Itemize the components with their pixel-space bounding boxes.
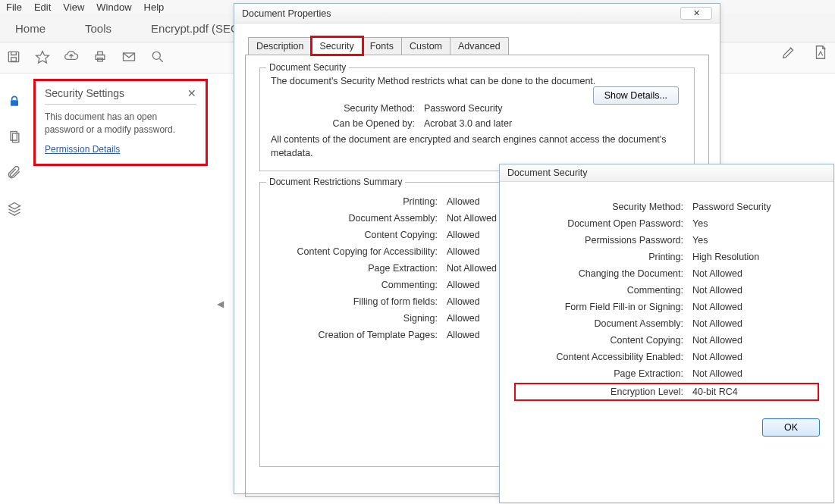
row-value: Yes — [692, 218, 708, 229]
dialog-close-button[interactable]: ✕ — [680, 7, 712, 20]
row-value: Allowed — [447, 280, 480, 290]
tab-custom[interactable]: Custom — [401, 37, 450, 55]
left-rail — [0, 71, 29, 218]
row-label: Changing the Document: — [516, 268, 692, 279]
row-value: Allowed — [447, 296, 480, 307]
row-label: Commenting: — [516, 285, 692, 296]
row-label: Can be Opened by: — [271, 118, 424, 129]
security-detail-row: Page Extraction:Not Allowed — [516, 368, 817, 379]
row-label: Security Method: — [516, 202, 692, 212]
row-label: Creation of Template Pages: — [271, 330, 447, 340]
search-icon[interactable] — [150, 49, 165, 67]
svg-point-7 — [152, 52, 160, 59]
row-label: Content Copying: — [516, 335, 692, 346]
security-desc: The document's Security Method restricts… — [271, 76, 683, 86]
security-detail-row: Commenting:Not Allowed — [516, 285, 817, 296]
security-detail-row: Changing the Document:Not Allowed — [516, 268, 817, 279]
dialog-titlebar: Document Security — [500, 164, 833, 182]
row-label: Security Method: — [271, 103, 424, 114]
ok-button[interactable]: OK — [762, 418, 820, 437]
row-value: Not Allowed — [692, 285, 742, 296]
security-settings-text: This document has an open password or a … — [45, 111, 196, 136]
tab-tools[interactable]: Tools — [76, 17, 121, 39]
row-value: Not Allowed — [692, 318, 742, 329]
cloud-icon[interactable] — [64, 49, 79, 67]
security-method-row: Security Method: Password Security — [271, 103, 683, 114]
star-icon[interactable] — [35, 49, 50, 67]
menu-edit[interactable]: Edit — [34, 2, 51, 13]
lock-icon[interactable] — [7, 94, 22, 111]
edit-icon[interactable] — [780, 44, 797, 63]
save-icon[interactable] — [6, 49, 21, 67]
permission-details-link[interactable]: Permission Details — [45, 144, 120, 155]
fieldset-title: Document Security — [266, 62, 349, 73]
stamp-icon[interactable] — [812, 44, 829, 63]
row-label: Page Extraction: — [516, 368, 692, 379]
security-detail-row: Form Field Fill-in or Signing:Not Allowe… — [516, 302, 817, 312]
row-value: Acrobat 3.0 and later — [424, 118, 512, 129]
menu-window[interactable]: Window — [96, 2, 131, 13]
svg-rect-4 — [98, 52, 103, 55]
tab-security[interactable]: Security — [312, 37, 363, 55]
fieldset-title: Document Restrictions Summary — [266, 177, 405, 187]
encryption-note: All contents of the document are encrypt… — [271, 133, 683, 160]
row-label: Permissions Password: — [516, 235, 692, 246]
show-details-button[interactable]: Show Details... — [593, 86, 679, 105]
row-label: Form Field Fill-in or Signing: — [516, 302, 692, 312]
row-value: Not Allowed — [692, 302, 742, 312]
row-label: Content Copying for Accessibility: — [271, 246, 447, 257]
security-detail-row: Document Open Password:Yes — [516, 218, 817, 229]
row-label: Commenting: — [271, 280, 447, 290]
row-label: Document Assembly: — [271, 213, 447, 224]
security-detail-row: Content Copying:Not Allowed — [516, 335, 817, 346]
row-label: Content Copying: — [271, 230, 447, 240]
row-label: Encryption Level: — [516, 387, 692, 397]
row-value: Not Allowed — [692, 268, 742, 279]
security-detail-row: Security Method:Password Security — [516, 202, 817, 212]
row-label: Content Accessibility Enabled: — [516, 352, 692, 362]
tab-fonts[interactable]: Fonts — [362, 37, 402, 55]
row-value: Password Security — [424, 103, 503, 114]
close-icon[interactable]: ✕ — [187, 87, 196, 99]
svg-line-8 — [160, 58, 163, 61]
svg-rect-0 — [8, 52, 18, 61]
pages-icon[interactable] — [7, 130, 22, 147]
tab-home[interactable]: Home — [6, 17, 55, 39]
mail-icon[interactable] — [121, 49, 137, 67]
attachment-icon[interactable] — [7, 165, 22, 183]
tab-advanced[interactable]: Advanced — [450, 37, 509, 55]
menu-help[interactable]: Help — [144, 2, 165, 13]
row-value: Allowed — [447, 313, 480, 324]
menu-file[interactable]: File — [6, 2, 22, 13]
tab-description[interactable]: Description — [248, 37, 312, 55]
security-detail-row: Encryption Level:40-bit RC4 — [516, 385, 817, 399]
row-value: 40-bit RC4 — [692, 387, 738, 397]
layers-icon[interactable] — [7, 201, 22, 218]
print-icon[interactable] — [93, 49, 108, 67]
properties-tabstrip: Description Security Fonts Custom Advanc… — [248, 37, 720, 55]
security-detail-row: Permissions Password:Yes — [516, 235, 817, 246]
menu-view[interactable]: View — [63, 2, 84, 13]
row-value: Not Allowed — [692, 352, 742, 362]
document-security-title: Document Security — [507, 167, 588, 178]
row-value: Not Allowed — [447, 213, 497, 224]
row-value: Allowed — [447, 230, 480, 240]
security-detail-row: Printing:High Resolution — [516, 252, 817, 262]
svg-rect-1 — [11, 57, 17, 61]
row-label: Document Open Password: — [516, 218, 692, 229]
row-label: Printing: — [271, 196, 447, 207]
document-security-dialog: Document Security Security Method:Passwo… — [499, 164, 834, 503]
svg-rect-11 — [13, 133, 19, 142]
svg-marker-12 — [9, 203, 20, 209]
row-value: High Resolution — [692, 252, 759, 262]
row-label: Printing: — [516, 252, 692, 262]
svg-rect-10 — [11, 132, 17, 141]
document-properties-title: Document Properties — [242, 8, 331, 19]
row-value: Not Allowed — [692, 368, 742, 379]
row-label: Page Extraction: — [271, 263, 447, 274]
row-value: Password Security — [692, 202, 771, 212]
document-security-fieldset: Document Security The document's Securit… — [259, 67, 695, 171]
collapse-handle-icon[interactable]: ◀ — [217, 299, 224, 309]
row-value: Not Allowed — [692, 335, 742, 346]
row-value: Allowed — [447, 246, 480, 257]
